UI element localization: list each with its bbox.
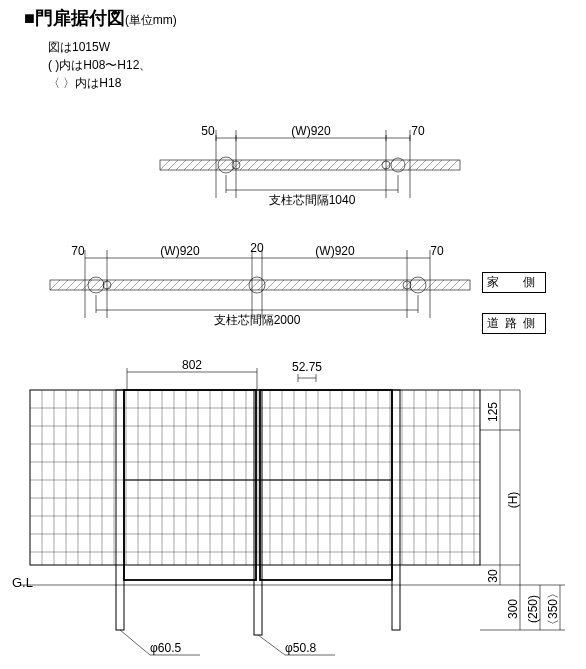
svg-line-85 xyxy=(234,280,244,290)
svg-line-94 xyxy=(306,280,316,290)
svg-line-79 xyxy=(186,280,196,290)
svg-line-17 xyxy=(216,160,226,170)
svg-line-75 xyxy=(154,280,164,290)
svg-line-104 xyxy=(386,280,396,290)
svg-line-23 xyxy=(264,160,274,170)
svg-line-97 xyxy=(330,280,340,290)
dim-width: (W)920 xyxy=(291,124,331,138)
svg-line-102 xyxy=(370,280,380,290)
svg-line-82 xyxy=(210,280,220,290)
svg-line-12 xyxy=(176,160,186,170)
svg-line-98 xyxy=(338,280,348,290)
svg-line-36 xyxy=(368,160,378,170)
svg-line-113 xyxy=(458,280,468,290)
unit-note: (単位mm) xyxy=(125,13,177,27)
subtitle-line1: 図は1015W xyxy=(48,38,151,56)
svg-line-45 xyxy=(440,160,450,170)
svg-line-80 xyxy=(194,280,204,290)
gl-label: G.L xyxy=(12,575,33,590)
svg-line-63 xyxy=(58,280,68,290)
svg-line-87 xyxy=(250,280,260,290)
svg-line-29 xyxy=(312,160,322,170)
svg-line-35 xyxy=(360,160,370,170)
svg-line-34 xyxy=(352,160,362,170)
dim-left-gap: 50 xyxy=(201,124,215,138)
svg-line-43 xyxy=(424,160,434,170)
svg-line-112 xyxy=(450,280,460,290)
svg-line-62 xyxy=(50,280,60,290)
svg-point-114 xyxy=(88,277,104,293)
svg-line-24 xyxy=(272,160,282,170)
svg-line-73 xyxy=(138,280,148,290)
svg-line-91 xyxy=(282,280,292,290)
svg-line-78 xyxy=(178,280,188,290)
svg-rect-176 xyxy=(260,390,392,580)
dim-right-gap: 70 xyxy=(430,244,444,258)
svg-line-16 xyxy=(208,160,218,170)
dia-outer: φ60.5 xyxy=(150,641,181,655)
svg-line-90 xyxy=(274,280,284,290)
svg-line-11 xyxy=(168,160,178,170)
dim-post-span-double: 支柱芯間隔2000 xyxy=(214,313,301,327)
svg-line-95 xyxy=(314,280,324,290)
svg-line-184 xyxy=(258,635,285,655)
svg-line-74 xyxy=(146,280,156,290)
svg-line-42 xyxy=(416,160,426,170)
svg-line-182 xyxy=(120,630,150,655)
svg-line-39 xyxy=(392,160,402,170)
dia-inner: φ50.8 xyxy=(285,641,316,655)
svg-line-22 xyxy=(256,160,266,170)
svg-line-14 xyxy=(192,160,202,170)
plan-single: 50 (W)920 70 支柱芯間隔1040 xyxy=(0,120,586,230)
dim-left-gap: 70 xyxy=(71,244,85,258)
dim-H: (H) xyxy=(506,492,520,509)
svg-line-65 xyxy=(74,280,84,290)
subtitle-line3: 〈 〉内はH18 xyxy=(48,74,151,92)
svg-line-103 xyxy=(378,280,388,290)
dim-30: 30 xyxy=(486,569,500,583)
svg-line-109 xyxy=(426,280,436,290)
svg-line-18 xyxy=(224,160,234,170)
svg-line-71 xyxy=(122,280,132,290)
svg-line-111 xyxy=(442,280,452,290)
svg-line-38 xyxy=(384,160,394,170)
svg-rect-128 xyxy=(30,390,480,565)
svg-line-10 xyxy=(160,160,170,170)
subtitle-block: 図は1015W ( )内はH08〜H12、 〈 〉内はH18 xyxy=(48,38,151,92)
svg-line-81 xyxy=(202,280,212,290)
diagram-title: ■門扉据付図 xyxy=(24,8,125,28)
svg-line-28 xyxy=(304,160,314,170)
svg-line-101 xyxy=(362,280,372,290)
svg-line-92 xyxy=(290,280,300,290)
svg-line-41 xyxy=(408,160,418,170)
svg-point-47 xyxy=(218,157,234,173)
svg-line-105 xyxy=(394,280,404,290)
right-dims: 125 (H) 30 300 (250) 〈350〉 xyxy=(480,390,565,631)
svg-line-110 xyxy=(434,280,444,290)
svg-line-33 xyxy=(344,160,354,170)
dim-125: 125 xyxy=(486,402,500,422)
svg-line-32 xyxy=(336,160,346,170)
label-house-side: 家 側 xyxy=(482,272,546,293)
svg-line-72 xyxy=(130,280,140,290)
mesh-fence xyxy=(30,390,480,565)
svg-point-117 xyxy=(410,277,426,293)
dim-300: 300 xyxy=(506,599,520,619)
dim-wr: (W)920 xyxy=(315,244,355,258)
svg-line-83 xyxy=(218,280,228,290)
dim-latch: 52.75 xyxy=(292,360,322,374)
label-road-side: 道路側 xyxy=(482,313,546,334)
svg-line-26 xyxy=(288,160,298,170)
svg-line-88 xyxy=(258,280,268,290)
svg-line-107 xyxy=(410,280,420,290)
svg-point-116 xyxy=(249,277,265,293)
svg-line-31 xyxy=(328,160,338,170)
dim-250: (250) xyxy=(526,595,540,623)
svg-line-13 xyxy=(184,160,194,170)
svg-line-64 xyxy=(66,280,76,290)
svg-line-66 xyxy=(82,280,92,290)
svg-line-89 xyxy=(266,280,276,290)
svg-line-96 xyxy=(322,280,332,290)
svg-line-76 xyxy=(162,280,172,290)
svg-line-100 xyxy=(354,280,364,290)
